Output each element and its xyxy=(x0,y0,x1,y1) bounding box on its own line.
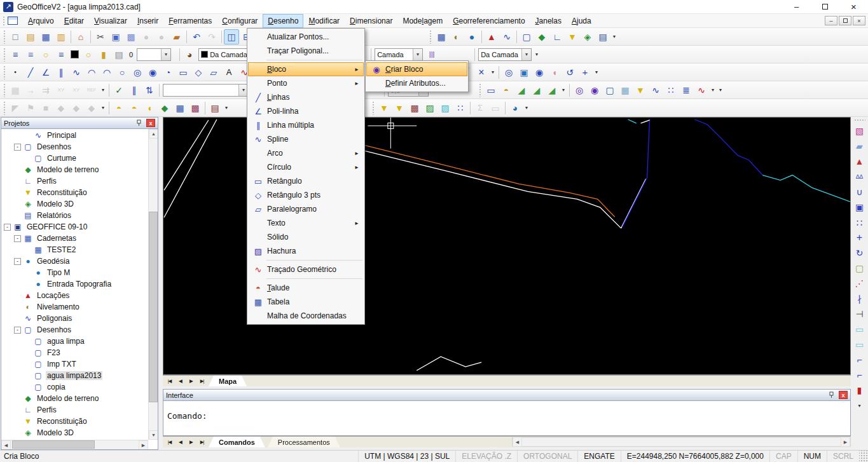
confere-numeracao-button[interactable]: ✓ xyxy=(111,83,127,98)
perfis-button[interactable]: ∟ xyxy=(549,29,565,44)
linha-button[interactable]: ╱ xyxy=(23,65,38,80)
malha-opcoes-dropdown-icon[interactable]: ▾ xyxy=(709,83,717,98)
tracar-poligonal-menu-item[interactable]: Traçar Poligonal... xyxy=(248,44,364,58)
modificar-opcoes-dropdown-icon[interactable]: ▾ xyxy=(856,398,864,413)
circulo-button[interactable]: ○ xyxy=(114,65,130,80)
aparar-button[interactable]: ∤ xyxy=(852,291,867,306)
child-minimize-button[interactable]: – xyxy=(825,16,837,25)
novo-desenho-button[interactable]: □ xyxy=(8,29,23,44)
combo-arrow-icon[interactable]: ▾ xyxy=(161,49,170,60)
menu-modelagem[interactable]: Modelagem xyxy=(397,14,448,28)
propriedades-dropdown-icon[interactable]: ▾ xyxy=(533,47,541,62)
poli-linha-menu-item[interactable]: ∠Poli-linha xyxy=(248,104,364,118)
tab-comandos[interactable]: Comandos xyxy=(209,437,265,447)
menu-ferramentas[interactable]: Ferramentas xyxy=(163,14,217,28)
paralelogramo-menu-item[interactable]: ▱Paralelogramo xyxy=(248,202,364,216)
igualar-propriedades-button[interactable]: ▧ xyxy=(852,123,867,139)
zoom-janela-button[interactable]: ◎ xyxy=(501,65,516,80)
hachura-menu-item[interactable]: ▨Hachura xyxy=(248,244,364,258)
menu-editar[interactable]: Editar xyxy=(59,14,89,28)
tracado-geometrico-menu-item[interactable]: ∿Traçado Geométrico xyxy=(248,262,364,276)
tree-item-tipo-m[interactable]: ●Tipo M xyxy=(1,267,148,278)
tree-item-agua-limpa2013[interactable]: ▢agua limpa2013 xyxy=(1,370,148,381)
solido-menu-item[interactable]: Sólido xyxy=(248,230,364,244)
menu-visualizar[interactable]: Visualizar xyxy=(89,14,132,28)
tree-item-reconstituicao[interactable]: ▼Reconstituição xyxy=(1,187,148,198)
menu-modificar[interactable]: Modificar xyxy=(303,14,345,28)
nav-next-button[interactable]: ▶ xyxy=(186,437,196,447)
nivelamento-button[interactable]: ◐ xyxy=(449,29,464,44)
tree-hscroll-thumb[interactable] xyxy=(12,440,95,449)
tree-vscroll-thumb[interactable] xyxy=(149,212,158,402)
menu-desenho[interactable]: Desenho xyxy=(263,14,303,28)
combo-espessura[interactable]: Da Camada▾ xyxy=(478,48,532,61)
compasso-button[interactable]: ◔ xyxy=(160,65,176,80)
combo-arrow-icon[interactable]: ▾ xyxy=(413,49,422,60)
talude-lateral-button[interactable]: ◖ xyxy=(142,100,157,116)
retangulo-3-pts-button[interactable]: ◇ xyxy=(191,65,206,80)
tree-expander-icon[interactable]: - xyxy=(14,327,21,334)
todas-camadas-button[interactable]: ≡ xyxy=(53,47,69,62)
definir-atributos-menu-item[interactable]: Definir Atributos... xyxy=(366,76,467,90)
modelo-terreno-3-button[interactable]: ◢ xyxy=(544,83,560,98)
atualizar-pontos-menu-item[interactable]: Atualizar Pontos... xyxy=(248,30,364,44)
nav-last-button[interactable]: ▶| xyxy=(196,437,207,447)
linha-multipla-menu-item[interactable]: ∥Linha múltipla xyxy=(248,118,364,132)
espessura-colunas-button[interactable]: ||| xyxy=(424,47,439,62)
scroll-left-icon[interactable]: ◀ xyxy=(1,440,11,450)
perfil-terreno-button[interactable]: ∿ xyxy=(648,83,663,98)
projects-panel-close-button[interactable]: x xyxy=(146,119,155,127)
tree-item-modelo-de-terreno[interactable]: ◆Modelo de terreno xyxy=(1,393,148,404)
combo-arrow-icon[interactable]: ▾ xyxy=(521,49,531,60)
circulo-diametro-button[interactable]: ◉ xyxy=(145,65,160,80)
relatorios-button[interactable]: ▤ xyxy=(595,29,610,44)
pin-icon[interactable] xyxy=(827,391,836,399)
bloco-menu-item[interactable]: Bloco► xyxy=(248,62,364,76)
offset-button[interactable]: ▣ xyxy=(852,200,867,215)
filtro-editar-button[interactable]: ▼ xyxy=(392,100,407,116)
ligar-camada-button[interactable]: ○ xyxy=(38,47,53,62)
dividir-vertical-button[interactable]: ◫ xyxy=(224,29,239,44)
scroll-left-icon[interactable]: ◀ xyxy=(513,437,522,447)
camada-visivel-button[interactable]: ○ xyxy=(81,47,96,62)
tree-item-nivelamento[interactable]: ◐Nivelamento xyxy=(1,301,148,313)
tree-expander-icon[interactable]: - xyxy=(14,144,21,151)
tree-item-perfis[interactable]: ∟Perfis xyxy=(1,404,148,416)
pin-icon[interactable] xyxy=(134,119,144,127)
modulos-dropdown-icon[interactable]: ▾ xyxy=(610,29,618,44)
geodesia-button[interactable]: ● xyxy=(464,29,479,44)
ponto-menu-item[interactable]: Ponto► xyxy=(248,76,364,90)
combo-tipo-linha[interactable]: Camada▾ xyxy=(375,48,423,61)
nova-camada-button[interactable]: ≡ xyxy=(8,47,23,62)
menu-configurar[interactable]: Configurar xyxy=(217,14,263,28)
zoom-total-button[interactable]: ▣ xyxy=(516,65,532,80)
quebrar-2-pontos-button[interactable]: ▭ xyxy=(852,337,867,352)
tree-expander-icon[interactable]: - xyxy=(14,235,21,242)
talude-superior-button[interactable]: ◓ xyxy=(111,100,127,116)
scroll-down-icon[interactable]: ▼ xyxy=(149,430,158,440)
tree-item-imp-txt[interactable]: ▢Imp TXT xyxy=(1,358,148,370)
tabela-coordenadas-button[interactable]: ▦ xyxy=(172,100,188,116)
explodir-button[interactable]: ▮ xyxy=(852,383,867,398)
apagar-button[interactable]: × xyxy=(474,65,489,80)
pan-button[interactable]: ◖ xyxy=(547,65,562,80)
interface-panel-close-button[interactable]: x xyxy=(839,391,848,399)
tree-item-teste2[interactable]: ▦TESTE2 xyxy=(1,244,148,255)
tab-mapa[interactable]: Mapa xyxy=(209,376,247,386)
menu-inserir[interactable]: Inserir xyxy=(132,14,163,28)
texto-button[interactable]: A xyxy=(221,65,237,80)
inicio-button[interactable]: ⌂ xyxy=(73,29,88,44)
insere-bloco-button[interactable]: ◉ xyxy=(587,83,602,98)
reconstituicao-button[interactable]: ▼ xyxy=(565,29,580,44)
retangulo-3-pts-menu-item[interactable]: ◇Retângulo 3 pts xyxy=(248,188,364,202)
linha-multipla-button[interactable]: ∥ xyxy=(53,65,69,80)
eleva-objetos-button[interactable]: ▼ xyxy=(633,83,648,98)
pincel-formatos-button[interactable]: ▰ xyxy=(169,29,184,44)
modelo-3d-button[interactable]: ◈ xyxy=(580,29,595,44)
tab-processamentos[interactable]: Processamentos xyxy=(268,437,340,447)
nav-first-button[interactable]: |◀ xyxy=(164,376,175,386)
exportar-opcoes-dropdown-icon[interactable]: ▾ xyxy=(523,100,530,116)
gerenciar-camadas-button[interactable]: ≡ xyxy=(23,47,38,62)
spline-button[interactable]: ∿ xyxy=(69,65,84,80)
concordancia-button[interactable]: ⌐ xyxy=(852,352,867,367)
